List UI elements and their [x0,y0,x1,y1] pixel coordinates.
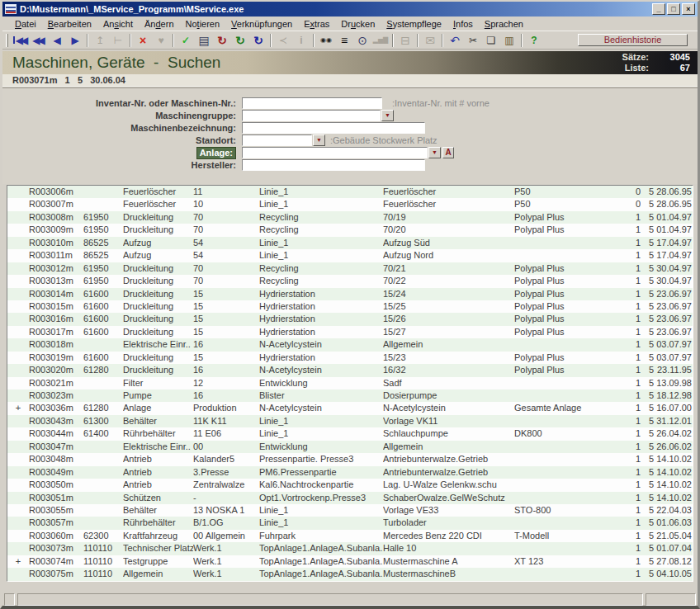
table-row[interactable]: R003007mFeuerlöscher10Linie_1Feuerlösche… [7,198,693,210]
next-record-icon[interactable]: ▶ [66,33,84,48]
date: 17.04.97 [654,249,693,262]
machine-number: 3.Presse [193,466,259,479]
table-row[interactable]: R003016m61600Druckleitung15Hydrierstatio… [7,313,693,325]
table-row[interactable]: R003073m110110Technischer PlatzWerk.1Top… [7,542,693,555]
area: Hydrierstation [259,352,383,364]
reload-green-icon[interactable]: ↻ [231,33,249,48]
menu-item-drucken[interactable]: Drucken [335,19,381,29]
table-row[interactable]: R003019m61600Druckleitung15Hydrierstatio… [7,352,693,364]
flag-active: 1 [631,313,641,325]
date: 01.04.97 [654,224,693,236]
prev-page-icon[interactable]: ◀◀ [30,33,48,48]
table-row[interactable]: R003050mAntriebZentralwalzeKal6.Nachtroc… [7,479,693,491]
menu-item-ansicht[interactable]: Ansicht [97,19,139,29]
model [514,249,631,262]
record-id: R003007m [29,198,83,210]
table-row[interactable]: +R003036m61280AnlageProduktionN-Acetylcy… [7,402,693,414]
table-row[interactable]: R003020m61280Druckleitung16N-Acetylcyste… [7,364,693,376]
table-row[interactable]: R003014m61600Druckleitung15Hydrierstatio… [7,288,693,300]
date: 14.10.02 [654,479,693,491]
table-row[interactable]: R003043m61300Behälter11K K11Linie_1Vorla… [7,415,693,427]
hersteller-input[interactable] [242,159,425,171]
record-id: R003074m [29,555,83,568]
area: PM6.Pressenpartie [259,466,383,479]
table-row[interactable]: R003023mPumpe16BlisterDosierpumpe1518.12… [7,389,693,402]
list-view-icon[interactable]: ≡ [335,33,353,48]
area: Hydrierstation [259,300,383,313]
anlage-input[interactable] [242,147,428,158]
table-row[interactable]: R003047mElektrische Einr..00EntwicklungA… [7,441,693,453]
table-row[interactable]: R003017m61600Druckleitung15Hydrierstatio… [7,326,693,338]
titlebar[interactable]: D:\Mustermann\_MService_Programm\MServic… [2,2,698,17]
first-record-icon[interactable]: ◀◀ [12,33,30,48]
confirm-icon[interactable]: ✓ [177,33,195,48]
maschinenbezeichnung-input[interactable] [242,122,425,134]
menu-item-sprachen[interactable]: Sprachen [479,19,529,29]
window-title: D:\Mustermann\_MService_Programm\MServic… [20,4,244,14]
table-row[interactable]: R003010m86525Aufzug54Linie_1Aufzug Süd15… [7,237,693,249]
undo-icon[interactable]: ↶ [446,33,464,48]
expand-marker [7,326,29,338]
saetze-value: 3045 [649,52,690,63]
standort-dropdown-icon[interactable]: ▼ [313,135,325,146]
table-row[interactable]: +R003074m110110TestgruppeWerk.1TopAnlage… [7,555,693,568]
form-view-icon[interactable]: ▤ [195,33,213,48]
minimize-button[interactable]: _ [652,3,665,15]
menu-item-aendern[interactable]: Ändern [139,19,180,29]
menu-item-verknuepfungen[interactable]: Verknüpfungen [225,19,298,29]
model [514,479,631,491]
machine-type: Feuerlöscher [123,186,193,198]
table-row[interactable]: R003021mFilter12EntwicklungSadf1513.09.9… [7,377,693,389]
flag-active: 1 [631,262,641,275]
cut-icon[interactable]: ✂ [464,33,482,48]
menu-item-notieren[interactable]: Notieren [180,19,226,29]
table-row[interactable]: R003048mAntriebKalander5Pressenpartie. P… [7,453,693,465]
expand-marker [7,415,29,427]
anlage-a-button[interactable]: A [442,147,454,158]
menu-item-infos[interactable]: Infos [447,19,479,29]
copy-icon[interactable]: ❏ [482,33,500,48]
reload-red-icon[interactable]: ↻ [213,33,231,48]
machine-type: Aufzug [123,237,193,249]
table-row[interactable]: R003006mFeuerlöscher11Linie_1Feuerlösche… [7,186,693,198]
search-icon[interactable]: ◉◉ [317,33,335,48]
table-row[interactable]: R003009m61950Druckleitung70Recycling70/2… [7,224,693,236]
table-row[interactable]: R003015m61600Druckleitung15Hydrierstatio… [7,300,693,313]
model: STO-800 [514,504,631,517]
table-row[interactable]: R003044m61400Rührbehälter11 E06Linie_1Sc… [7,427,693,440]
table-row[interactable]: R003049mAntrieb3.PressePM6.Pressenpartie… [7,466,693,479]
table-row[interactable]: R003060m62300Kraftfahrzeug00 AllgemeinFu… [7,530,693,542]
maschinengruppe-dropdown-icon[interactable]: ▼ [381,110,394,121]
preview-icon[interactable]: ⊙ [353,33,371,48]
menu-item-extras[interactable]: Extras [298,19,335,29]
table-row[interactable]: R003051mSchützen-Opt1.Vortrockenp.Presse… [7,492,693,504]
machine-type: Schützen [123,492,193,504]
standort-input[interactable] [242,135,312,146]
menu-item-systempflege[interactable]: Systempflege [381,19,447,29]
table-row[interactable]: R003075m110110AllgemeinWerk.1TopAnlage1.… [7,568,693,580]
table-row[interactable]: R003018mElektrische Einr..16N-Acetylcyst… [7,338,693,351]
maschinengruppe-input[interactable] [242,110,381,121]
link-icon: ≺ [274,33,292,48]
table-row[interactable]: R003013m61950Druckleitung70Recycling70/2… [7,275,693,287]
help-icon[interactable]: ? [525,33,543,48]
area: N-Acetylcystein [259,402,383,414]
maximize-button[interactable]: □ [667,3,680,15]
menu-item-datei[interactable]: Datei [9,19,42,29]
table-row[interactable]: R003055mBehälter13 NOSKA 1Linie_1Vorlage… [7,504,693,517]
bedienhistorie-button[interactable]: Bedienhistorie [578,34,688,46]
table-row[interactable]: R003011m86525Aufzug54Linie_1Aufzug Nord1… [7,249,693,262]
table-row[interactable]: R003012m61950Druckleitung70Recycling70/2… [7,262,693,275]
close-button[interactable]: × [682,3,695,15]
reload-blue-icon[interactable]: ↻ [249,33,267,48]
table-row[interactable]: R003008m61950Druckleitung70Recycling70/1… [7,211,693,224]
paste-icon[interactable]: ▥ [500,33,518,48]
inventar-input[interactable] [242,97,382,109]
designation: Lag. U-Walze Gelenkw.schu [383,479,514,491]
table-row[interactable]: R003057mRührbehälterB/1.OGLinie_1Turbola… [7,517,693,529]
menu-item-bearbeiten[interactable]: Bearbeiten [42,19,97,29]
machine-number: 15 [193,288,259,300]
prev-record-icon[interactable]: ◀ [48,33,66,48]
anlage-dropdown-icon[interactable]: ▼ [428,147,441,158]
delete-icon[interactable]: × [134,33,152,48]
